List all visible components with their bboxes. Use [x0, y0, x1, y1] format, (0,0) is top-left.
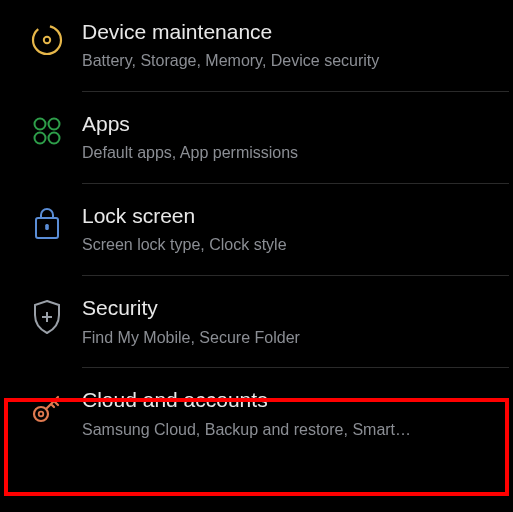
settings-item-device-maintenance[interactable]: Device maintenance Battery, Storage, Mem… [0, 0, 513, 92]
device-maintenance-icon [12, 18, 82, 58]
svg-point-11 [39, 412, 44, 417]
apps-icon [12, 110, 82, 148]
item-title: Device maintenance [82, 18, 501, 45]
svg-point-4 [35, 133, 46, 144]
svg-point-3 [49, 119, 60, 130]
item-subtitle: Find My Mobile, Secure Folder [82, 328, 501, 349]
lock-icon [12, 202, 82, 242]
item-subtitle: Samsung Cloud, Backup and restore, Smart… [82, 420, 501, 441]
shield-icon [12, 294, 82, 336]
item-title: Apps [82, 110, 501, 137]
settings-item-lock-screen[interactable]: Lock screen Screen lock type, Clock styl… [0, 184, 513, 276]
svg-rect-7 [45, 224, 49, 230]
item-subtitle: Default apps, App permissions [82, 143, 501, 164]
item-title: Cloud and accounts [82, 386, 501, 413]
svg-point-0 [33, 26, 61, 54]
item-title: Lock screen [82, 202, 501, 229]
item-title: Security [82, 294, 501, 321]
settings-list: Device maintenance Battery, Storage, Mem… [0, 0, 513, 512]
item-subtitle: Battery, Storage, Memory, Device securit… [82, 51, 501, 72]
key-icon [12, 386, 82, 426]
item-subtitle: Screen lock type, Clock style [82, 235, 501, 256]
settings-item-apps[interactable]: Apps Default apps, App permissions [0, 92, 513, 184]
svg-point-2 [35, 119, 46, 130]
settings-item-cloud-accounts[interactable]: Cloud and accounts Samsung Cloud, Backup… [0, 368, 513, 460]
svg-point-5 [49, 133, 60, 144]
settings-item-security[interactable]: Security Find My Mobile, Secure Folder [0, 276, 513, 368]
svg-point-1 [44, 37, 50, 43]
